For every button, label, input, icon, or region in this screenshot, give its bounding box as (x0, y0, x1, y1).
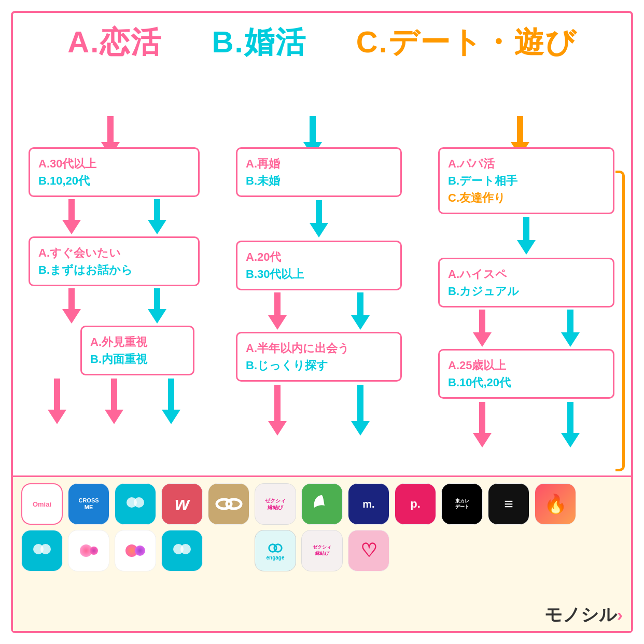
apps-row2: engage ゼクシィ縁結び ♡ (21, 530, 623, 571)
col-b: A.再婚 B.未婚 A.20代 B.30代以上 (236, 147, 402, 436)
col-b-box2: A.20代 B.30代以上 (236, 241, 402, 290)
app-omiai[interactable]: Omiai (21, 483, 63, 525)
app-pairs3[interactable] (161, 530, 203, 571)
svg-point-1 (134, 497, 144, 508)
app-marriage[interactable] (208, 483, 249, 525)
final-arrow-right (162, 379, 180, 424)
col-c-box1-b: B.デート相手 (448, 174, 517, 187)
col-b-box3-b: B.じっくり探す (246, 359, 328, 372)
app-heart[interactable]: ♡ (348, 530, 389, 571)
svg-point-9 (135, 545, 145, 556)
final-arrow-left (48, 379, 66, 424)
col-c-box2-a: A.ハイスペ (448, 268, 507, 281)
arrow-stem-a (107, 116, 114, 142)
arrow-right2 (148, 288, 166, 324)
col-a-final-arrows (29, 379, 200, 424)
arrow-stem-c (517, 116, 523, 142)
app-crossme[interactable]: CROSSME (68, 483, 109, 525)
app-hinge[interactable] (68, 530, 109, 571)
col-b-arrow-left (268, 292, 287, 330)
col-c-box1-c: C.友達作り (448, 191, 506, 204)
col-a: A.30代以上 B.10,20代 A.すぐ会いたい B.まずはお話から (29, 147, 200, 424)
svg-point-5 (40, 544, 51, 554)
app-tokyocalendar[interactable]: 東カレデート (441, 483, 483, 525)
col-b-final-right (351, 385, 370, 436)
arrow-stem-b (310, 116, 316, 142)
app-zexy2[interactable]: ゼクシィ縁結び (301, 530, 343, 571)
col-b-box2-b: B.30代以上 (246, 268, 304, 281)
col-a-box2-a: A.すぐ会いたい (38, 246, 121, 259)
svg-point-11 (180, 544, 191, 554)
final-arrow-mid (105, 379, 123, 424)
col-a-box2-b: B.まずはお話から (38, 263, 133, 276)
col-a-box1: A.30代以上 B.10,20代 (29, 147, 200, 197)
col-a-box1-a: A.30代以上 (38, 157, 96, 170)
col-b-split-arrows (236, 292, 402, 330)
col-c-box3-a: A.25歳以上 (448, 359, 506, 372)
col-a-box2: A.すぐ会いたい B.まずはお話から (29, 236, 200, 286)
col-b-box1: A.再婚 B.未婚 (236, 147, 402, 197)
col-c-arrow1 (438, 217, 614, 255)
app-pairs2[interactable] (21, 530, 63, 571)
col-a-split-arrows (29, 199, 200, 234)
col-c-arrow-left (473, 310, 492, 347)
col-c-box1: A.パパ活 B.デート相手 C.友達作り (438, 147, 614, 214)
col-c: A.パパ活 B.デート相手 C.友達作り A.ハイスペ B.カジュアル (438, 147, 614, 447)
col-c-box2-b: B.カジュアル (448, 285, 519, 298)
col-b-box3-a: A.半年以内に出会う (246, 342, 349, 355)
col-b-arrow1 (236, 200, 402, 237)
col-b-final-left (268, 385, 287, 436)
svg-point-13 (274, 544, 282, 551)
col-c-final-left (473, 402, 492, 447)
col-a-box3-a: A.外見重視 (90, 335, 147, 348)
col-b-arrow-right (351, 292, 370, 330)
col-c-final-arrows (438, 402, 614, 447)
col-a-box3-wrapper: A.外見重視 B.内面重視 (80, 326, 194, 375)
arrow-right (148, 199, 166, 234)
apps-area: Omiai CROSSME w ゼクシィ縁結 (13, 475, 631, 631)
col-b-box1-b: B.未婚 (246, 174, 280, 187)
app-pairs1[interactable] (115, 483, 156, 525)
col-c-box3-b: B.10代,20代 (448, 376, 511, 389)
col-c-final-right (561, 402, 580, 447)
col-c-arrow-right (561, 310, 580, 347)
col-a-box3-b: B.内面重視 (90, 353, 147, 366)
apps-row1: Omiai CROSSME w ゼクシィ縁結 (21, 483, 623, 525)
app-leaf[interactable] (301, 483, 343, 525)
app-zexy1[interactable]: ゼクシィ縁結び (255, 483, 296, 525)
col-b-box2-a: A.20代 (246, 250, 281, 263)
col-a-box1-b: B.10,20代 (38, 174, 90, 187)
app-bumble[interactable] (115, 530, 156, 571)
app-tinder[interactable]: 🔥 (535, 483, 576, 525)
svg-point-7 (90, 547, 98, 555)
col-c-split-arrows (438, 310, 614, 347)
brand-monoshiru: モノシル› (544, 603, 623, 627)
arrow-left2 (62, 288, 81, 324)
svg-point-3 (227, 499, 241, 509)
brand-text: モノシル (544, 605, 617, 624)
col-a-split-arrows2 (29, 288, 200, 324)
category-c-label: C.デート・遊び (356, 25, 577, 59)
main-container: A.恋活 B.婚活 C.デート・遊び A.30代以上 (11, 11, 633, 633)
header: A.恋活 B.婚活 C.デート・遊び (13, 13, 631, 67)
col-b-box1-a: A.再婚 (246, 157, 280, 170)
col-b-final-arrows (236, 385, 402, 436)
col-a-box3: A.外見重視 B.内面重視 (80, 326, 194, 375)
category-b-label: B.婚活 (212, 25, 306, 59)
category-a-label: A.恋活 (67, 25, 162, 59)
col-b-box3: A.半年以内に出会う B.じっくり探す (236, 332, 402, 382)
app-engage[interactable]: engage (255, 530, 296, 571)
app-with[interactable]: w (161, 483, 203, 525)
brand-arrow: › (617, 605, 623, 624)
col-c-box3: A.25歳以上 B.10代,20代 (438, 349, 614, 399)
flowchart: A.30代以上 B.10,20代 A.すぐ会いたい B.まずはお話から (13, 67, 631, 487)
col-c-box1-a: A.パパ活 (448, 157, 495, 170)
orange-bracket (615, 171, 625, 471)
arrow-left (62, 199, 81, 234)
col-c-box2: A.ハイスペ B.カジュアル (438, 258, 614, 307)
app-match[interactable]: m. (348, 483, 389, 525)
app-pcmag[interactable]: p. (395, 483, 436, 525)
app-hamburger[interactable]: ≡ (488, 483, 529, 525)
